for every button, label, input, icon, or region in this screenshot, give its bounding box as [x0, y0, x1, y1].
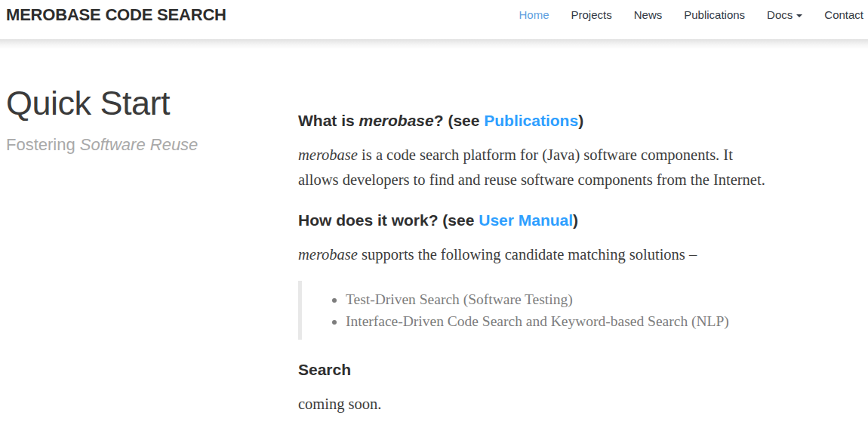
- main-nav: Home Projects News Publications Docs Con…: [497, 5, 864, 23]
- how-it-works-heading: How does it work? (see User Manual): [298, 211, 866, 230]
- nav-docs-dropdown[interactable]: Docs: [767, 8, 802, 23]
- caret-down-icon: [796, 14, 802, 17]
- tagline-prefix: Fostering: [6, 135, 80, 154]
- heading-text: What is: [298, 112, 359, 129]
- publications-link[interactable]: Publications: [484, 112, 578, 129]
- merobase-emphasis: merobase: [298, 146, 358, 163]
- tagline-emphasis: Software Reuse: [80, 135, 199, 154]
- nav-home[interactable]: Home: [519, 8, 549, 23]
- top-navbar: MEROBASE CODE SEARCH Home Projects News …: [0, 0, 868, 39]
- paragraph-text: supports the following candidate matchin…: [358, 246, 697, 263]
- header-divider: [0, 39, 868, 49]
- paragraph-text: is a code search platform for (Java) sof…: [358, 146, 733, 163]
- nav-news[interactable]: News: [634, 8, 663, 23]
- nav-publications[interactable]: Publications: [684, 8, 745, 23]
- left-column: Quick Start Fostering Software Reuse: [6, 85, 298, 417]
- what-is-heading: What is merobase? (see Publications): [298, 111, 866, 131]
- heading-text: ? (see: [434, 112, 485, 129]
- matching-solutions-quote: Test-Driven Search (Software Testing) In…: [298, 281, 866, 340]
- list-item: Test-Driven Search (Software Testing): [346, 288, 851, 310]
- user-manual-link[interactable]: User Manual: [479, 211, 573, 229]
- heading-text: How does it work? (see: [298, 211, 479, 229]
- what-is-paragraph: merobase is a code search platform for (…: [298, 143, 866, 192]
- brand-title[interactable]: MEROBASE CODE SEARCH: [6, 5, 226, 25]
- coming-soon-text: coming soon.: [298, 392, 866, 417]
- heading-text: ): [578, 112, 583, 129]
- page-tagline: Fostering Software Reuse: [6, 134, 298, 155]
- page-title: Quick Start: [6, 85, 298, 122]
- paragraph-text: allows developers to find and reuse soft…: [298, 171, 765, 188]
- matching-solutions-list: Test-Driven Search (Software Testing) In…: [317, 288, 851, 332]
- heading-emphasis: merobase: [359, 112, 434, 129]
- nav-docs-label: Docs: [767, 8, 793, 21]
- search-heading: Search: [298, 360, 866, 380]
- nav-contact[interactable]: Contact: [824, 8, 863, 23]
- right-column: What is merobase? (see Publications) mer…: [298, 85, 868, 417]
- merobase-emphasis: merobase: [298, 246, 358, 263]
- nav-projects[interactable]: Projects: [571, 8, 612, 23]
- list-item: Interface-Driven Code Search and Keyword…: [346, 310, 851, 332]
- heading-text: ): [573, 211, 578, 229]
- page-content: Quick Start Fostering Software Reuse Wha…: [0, 49, 868, 417]
- how-it-works-paragraph: merobase supports the following candidat…: [298, 242, 866, 267]
